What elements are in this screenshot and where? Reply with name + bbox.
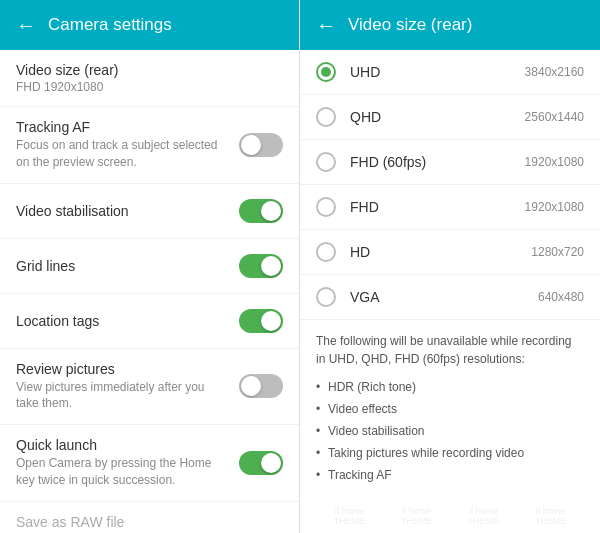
right-header-title: Video size (rear): [348, 15, 472, 35]
info-list: HDR (Rich tone) Video effects Video stab…: [316, 376, 584, 486]
toggle-knob-review-pictures: [241, 376, 261, 396]
right-header: ← Video size (rear): [300, 0, 600, 50]
option-label-fhd: FHD: [350, 199, 379, 215]
right-content: UHD 3840x2160 QHD 2560x1440 FHD (60fps) …: [300, 50, 600, 533]
right-panel: ← Video size (rear) UHD 3840x2160 QHD: [300, 0, 600, 533]
setting-video-size-rear[interactable]: Video size (rear) FHD 1920x1080: [0, 50, 299, 107]
watermark-2: if homeTHEME: [401, 506, 433, 526]
option-resolution-qhd: 2560x1440: [525, 110, 584, 124]
toggle-knob-grid-lines: [261, 256, 281, 276]
watermark-4: if homeTHEME: [535, 506, 567, 526]
setting-subtitle-quick-launch: Open Camera by pressing the Home key twi…: [16, 455, 229, 489]
setting-value-video-size-rear: FHD 1920x1080: [16, 80, 273, 94]
option-hd[interactable]: HD 1280x720: [300, 230, 600, 275]
left-content: Video size (rear) FHD 1920x1080 Tracking…: [0, 50, 299, 533]
left-header-title: Camera settings: [48, 15, 172, 35]
info-item-tracking-af: Tracking AF: [316, 464, 584, 486]
setting-location-tags[interactable]: Location tags: [0, 294, 299, 349]
radio-vga: [316, 287, 336, 307]
toggle-knob-location-tags: [261, 311, 281, 331]
option-label-fhd60: FHD (60fps): [350, 154, 426, 170]
watermark-3: if homeTHEME: [468, 506, 500, 526]
option-label-hd: HD: [350, 244, 370, 260]
setting-title-save-raw: Save as RAW file: [16, 514, 229, 530]
setting-title-quick-launch: Quick launch: [16, 437, 229, 453]
setting-title-review-pictures: Review pictures: [16, 361, 229, 377]
info-item-hdr: HDR (Rich tone): [316, 376, 584, 398]
left-back-arrow[interactable]: ←: [16, 14, 36, 37]
watermark-1: if homeTHEME: [334, 506, 366, 526]
watermark-row: if homeTHEME if homeTHEME if homeTHEME i…: [300, 498, 600, 533]
setting-quick-launch[interactable]: Quick launch Open Camera by pressing the…: [0, 425, 299, 502]
option-label-qhd: QHD: [350, 109, 381, 125]
setting-review-pictures[interactable]: Review pictures View pictures immediatel…: [0, 349, 299, 426]
setting-subtitle-tracking-af: Focus on and track a subject selected on…: [16, 137, 229, 171]
toggle-grid-lines[interactable]: [239, 254, 283, 278]
toggle-knob-tracking-af: [241, 135, 261, 155]
left-panel: ← Camera settings Video size (rear) FHD …: [0, 0, 300, 533]
option-resolution-vga: 640x480: [538, 290, 584, 304]
info-item-video-effects: Video effects: [316, 398, 584, 420]
setting-tracking-af[interactable]: Tracking AF Focus on and track a subject…: [0, 107, 299, 184]
option-resolution-hd: 1280x720: [531, 245, 584, 259]
radio-uhd: [316, 62, 336, 82]
option-fhd60[interactable]: FHD (60fps) 1920x1080: [300, 140, 600, 185]
left-header: ← Camera settings: [0, 0, 299, 50]
option-uhd[interactable]: UHD 3840x2160: [300, 50, 600, 95]
toggle-tracking-af[interactable]: [239, 133, 283, 157]
toggle-location-tags[interactable]: [239, 309, 283, 333]
toggle-knob-quick-launch: [261, 453, 281, 473]
option-resolution-fhd: 1920x1080: [525, 200, 584, 214]
option-resolution-uhd: 3840x2160: [525, 65, 584, 79]
setting-grid-lines[interactable]: Grid lines: [0, 239, 299, 294]
info-item-taking-pictures: Taking pictures while recording video: [316, 442, 584, 464]
option-label-uhd: UHD: [350, 64, 380, 80]
setting-title-video-stabilisation: Video stabilisation: [16, 203, 229, 219]
toggle-video-stabilisation[interactable]: [239, 199, 283, 223]
radio-fhd60: [316, 152, 336, 172]
option-vga[interactable]: VGA 640x480: [300, 275, 600, 320]
option-label-vga: VGA: [350, 289, 380, 305]
radio-fhd: [316, 197, 336, 217]
info-title: The following will be unavailable while …: [316, 332, 584, 368]
setting-video-stabilisation[interactable]: Video stabilisation: [0, 184, 299, 239]
toggle-quick-launch[interactable]: [239, 451, 283, 475]
radio-qhd: [316, 107, 336, 127]
option-fhd[interactable]: FHD 1920x1080: [300, 185, 600, 230]
radio-hd: [316, 242, 336, 262]
option-qhd[interactable]: QHD 2560x1440: [300, 95, 600, 140]
info-box: The following will be unavailable while …: [300, 320, 600, 498]
toggle-knob-video-stabilisation: [261, 201, 281, 221]
setting-title-location-tags: Location tags: [16, 313, 229, 329]
setting-title-video-size-rear: Video size (rear): [16, 62, 273, 78]
setting-title-tracking-af: Tracking AF: [16, 119, 229, 135]
setting-subtitle-review-pictures: View pictures immediately after you take…: [16, 379, 229, 413]
setting-save-raw[interactable]: Save as RAW file Save pictures without c…: [0, 502, 299, 533]
option-resolution-fhd60: 1920x1080: [525, 155, 584, 169]
right-back-arrow[interactable]: ←: [316, 14, 336, 37]
info-item-stabilisation: Video stabilisation: [316, 420, 584, 442]
setting-title-grid-lines: Grid lines: [16, 258, 229, 274]
toggle-review-pictures[interactable]: [239, 374, 283, 398]
radio-inner-uhd: [321, 67, 331, 77]
